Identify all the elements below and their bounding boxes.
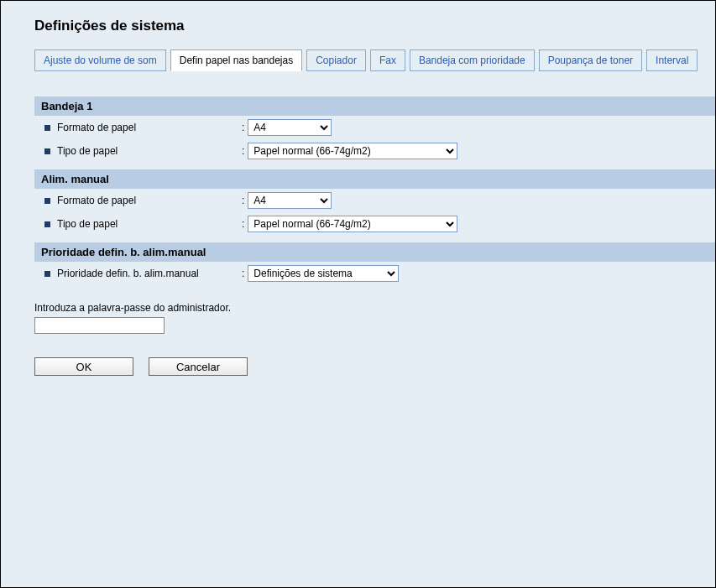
bullet-icon — [44, 271, 50, 277]
admin-password-input[interactable] — [34, 317, 165, 334]
section-header-manual: Alim. manual — [34, 169, 716, 189]
label-text: Tipo de papel — [57, 145, 118, 157]
tab-volume[interactable]: Ajuste do volume de som — [34, 49, 166, 71]
admin-password-label: Introduza a palavra-passe do administrad… — [34, 302, 715, 314]
ok-button[interactable]: OK — [34, 357, 133, 376]
section-header-tray1: Bandeja 1 — [34, 96, 716, 116]
page-title: Definições de sistema — [34, 18, 715, 34]
label-tray1-papertype: Tipo de papel — [44, 145, 242, 157]
cancel-button[interactable]: Cancelar — [149, 357, 248, 376]
label-text: Tipo de papel — [57, 218, 118, 230]
label-text: Formato de papel — [57, 122, 136, 133]
label-text: Prioridade defin. b. alim.manual — [57, 268, 199, 279]
colon: : — [242, 145, 244, 157]
label-manual-papersize: Formato de papel — [44, 195, 242, 206]
colon: : — [242, 268, 244, 279]
tab-toner-save[interactable]: Poupança de toner — [539, 49, 642, 71]
tabs-row: Ajuste do volume de som Defin papel nas … — [34, 49, 715, 71]
label-text: Formato de papel — [57, 195, 136, 206]
colon: : — [242, 122, 244, 133]
select-tray1-papersize[interactable]: A4 — [248, 119, 332, 136]
bullet-icon — [44, 148, 50, 154]
bullet-icon — [44, 125, 50, 131]
label-priority: Prioridade defin. b. alim.manual — [44, 268, 242, 279]
tab-copier[interactable]: Copiador — [306, 49, 366, 71]
tab-interval[interactable]: Interval — [646, 49, 698, 71]
bullet-icon — [44, 221, 50, 227]
select-manual-papertype[interactable]: Papel normal (66-74g/m2) — [248, 216, 457, 232]
bullet-icon — [44, 198, 50, 204]
colon: : — [242, 195, 244, 206]
section-header-priority: Prioridade defin. b. alim.manual — [34, 242, 716, 262]
tab-fax[interactable]: Fax — [370, 49, 405, 71]
select-tray1-papertype[interactable]: Papel normal (66-74g/m2) — [248, 143, 457, 159]
colon: : — [242, 218, 244, 230]
tab-priority-tray[interactable]: Bandeja com prioridade — [410, 49, 535, 71]
label-manual-papertype: Tipo de papel — [44, 218, 242, 230]
select-priority[interactable]: Definições de sistema — [248, 265, 399, 282]
select-manual-papersize[interactable]: A4 — [248, 192, 332, 209]
tab-paper-tray[interactable]: Defin papel nas bandejas — [170, 49, 302, 71]
label-tray1-papersize: Formato de papel — [44, 122, 242, 133]
